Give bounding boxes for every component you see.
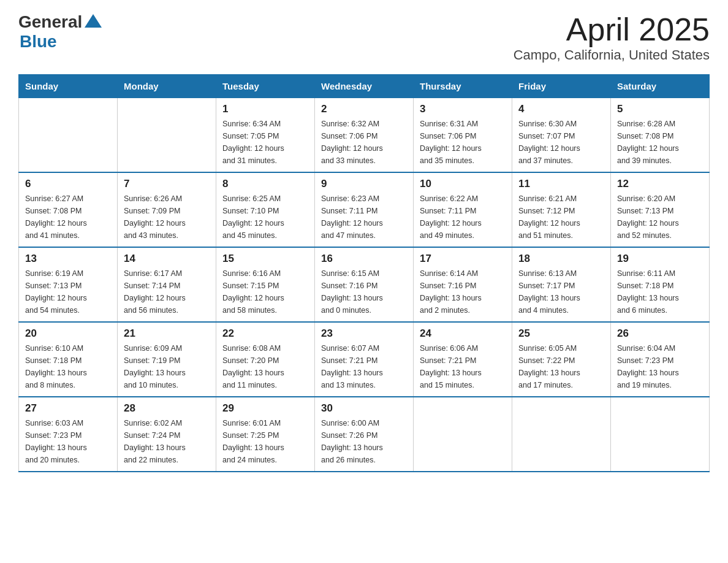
- day-number: 1: [222, 103, 308, 115]
- calendar-empty-cell: [611, 397, 710, 472]
- day-number: 28: [124, 402, 210, 415]
- calendar-week-row: 20Sunrise: 6:10 AM Sunset: 7:18 PM Dayli…: [19, 322, 710, 397]
- calendar-week-row: 27Sunrise: 6:03 AM Sunset: 7:23 PM Dayli…: [19, 397, 710, 472]
- calendar-day-4: 4Sunrise: 6:30 AM Sunset: 7:07 PM Daylig…: [512, 98, 611, 173]
- calendar-day-12: 12Sunrise: 6:20 AM Sunset: 7:13 PM Dayli…: [611, 172, 710, 247]
- calendar-empty-cell: [118, 98, 216, 173]
- day-number: 10: [420, 178, 506, 190]
- calendar-day-14: 14Sunrise: 6:17 AM Sunset: 7:14 PM Dayli…: [118, 247, 216, 322]
- calendar-day-22: 22Sunrise: 6:08 AM Sunset: 7:20 PM Dayli…: [216, 322, 315, 397]
- calendar-header-monday: Monday: [118, 75, 216, 98]
- calendar-day-11: 11Sunrise: 6:21 AM Sunset: 7:12 PM Dayli…: [512, 172, 611, 247]
- calendar-empty-cell: [19, 98, 118, 173]
- day-number: 25: [518, 327, 604, 340]
- calendar-header-saturday: Saturday: [611, 75, 710, 98]
- day-number: 3: [420, 103, 506, 115]
- calendar-day-18: 18Sunrise: 6:13 AM Sunset: 7:17 PM Dayli…: [512, 247, 611, 322]
- day-info: Sunrise: 6:02 AM Sunset: 7:24 PM Dayligh…: [124, 417, 210, 466]
- day-number: 8: [222, 178, 308, 190]
- day-number: 12: [617, 178, 703, 190]
- day-number: 15: [222, 253, 308, 265]
- calendar-day-23: 23Sunrise: 6:07 AM Sunset: 7:21 PM Dayli…: [315, 322, 414, 397]
- day-number: 11: [518, 178, 604, 190]
- day-info: Sunrise: 6:10 AM Sunset: 7:18 PM Dayligh…: [25, 342, 111, 391]
- day-info: Sunrise: 6:03 AM Sunset: 7:23 PM Dayligh…: [25, 417, 111, 466]
- calendar-subtitle: Campo, California, United States: [514, 47, 710, 63]
- calendar-day-17: 17Sunrise: 6:14 AM Sunset: 7:16 PM Dayli…: [414, 247, 512, 322]
- calendar-day-10: 10Sunrise: 6:22 AM Sunset: 7:11 PM Dayli…: [414, 172, 512, 247]
- calendar-day-6: 6Sunrise: 6:27 AM Sunset: 7:08 PM Daylig…: [19, 172, 118, 247]
- day-info: Sunrise: 6:21 AM Sunset: 7:12 PM Dayligh…: [518, 193, 604, 242]
- day-number: 18: [518, 253, 604, 265]
- logo-blue-text: Blue: [20, 32, 102, 52]
- calendar-day-21: 21Sunrise: 6:09 AM Sunset: 7:19 PM Dayli…: [118, 322, 216, 397]
- calendar-empty-cell: [414, 397, 512, 472]
- calendar-table: SundayMondayTuesdayWednesdayThursdayFrid…: [18, 74, 710, 472]
- day-info: Sunrise: 6:07 AM Sunset: 7:21 PM Dayligh…: [321, 342, 407, 391]
- calendar-empty-cell: [512, 397, 611, 472]
- calendar-day-24: 24Sunrise: 6:06 AM Sunset: 7:21 PM Dayli…: [414, 322, 512, 397]
- calendar-day-3: 3Sunrise: 6:31 AM Sunset: 7:06 PM Daylig…: [414, 98, 512, 173]
- day-number: 14: [124, 253, 210, 265]
- calendar-week-row: 1Sunrise: 6:34 AM Sunset: 7:05 PM Daylig…: [19, 98, 710, 173]
- calendar-day-19: 19Sunrise: 6:11 AM Sunset: 7:18 PM Dayli…: [611, 247, 710, 322]
- calendar-header-wednesday: Wednesday: [315, 75, 414, 98]
- day-number: 21: [124, 327, 210, 340]
- day-info: Sunrise: 6:09 AM Sunset: 7:19 PM Dayligh…: [124, 342, 210, 391]
- logo-general-text: General: [18, 12, 82, 32]
- day-info: Sunrise: 6:34 AM Sunset: 7:05 PM Dayligh…: [222, 118, 308, 167]
- day-number: 13: [25, 253, 111, 265]
- day-info: Sunrise: 6:23 AM Sunset: 7:11 PM Dayligh…: [321, 193, 407, 242]
- day-info: Sunrise: 6:06 AM Sunset: 7:21 PM Dayligh…: [420, 342, 506, 391]
- calendar-day-29: 29Sunrise: 6:01 AM Sunset: 7:25 PM Dayli…: [216, 397, 315, 472]
- day-number: 6: [25, 178, 111, 190]
- calendar-day-15: 15Sunrise: 6:16 AM Sunset: 7:15 PM Dayli…: [216, 247, 315, 322]
- day-info: Sunrise: 6:14 AM Sunset: 7:16 PM Dayligh…: [420, 267, 506, 316]
- calendar-header-tuesday: Tuesday: [216, 75, 315, 98]
- day-number: 29: [222, 402, 308, 415]
- calendar-day-2: 2Sunrise: 6:32 AM Sunset: 7:06 PM Daylig…: [315, 98, 414, 173]
- calendar-day-26: 26Sunrise: 6:04 AM Sunset: 7:23 PM Dayli…: [611, 322, 710, 397]
- calendar-day-25: 25Sunrise: 6:05 AM Sunset: 7:22 PM Dayli…: [512, 322, 611, 397]
- calendar-day-28: 28Sunrise: 6:02 AM Sunset: 7:24 PM Dayli…: [118, 397, 216, 472]
- day-number: 7: [124, 178, 210, 190]
- calendar-day-9: 9Sunrise: 6:23 AM Sunset: 7:11 PM Daylig…: [315, 172, 414, 247]
- day-info: Sunrise: 6:31 AM Sunset: 7:06 PM Dayligh…: [420, 118, 506, 167]
- day-number: 22: [222, 327, 308, 340]
- calendar-day-20: 20Sunrise: 6:10 AM Sunset: 7:18 PM Dayli…: [19, 322, 118, 397]
- calendar-title-area: April 2025 Campo, California, United Sta…: [514, 12, 710, 63]
- day-info: Sunrise: 6:05 AM Sunset: 7:22 PM Dayligh…: [518, 342, 604, 391]
- day-info: Sunrise: 6:20 AM Sunset: 7:13 PM Dayligh…: [617, 193, 703, 242]
- calendar-header-sunday: Sunday: [19, 75, 118, 98]
- day-info: Sunrise: 6:01 AM Sunset: 7:25 PM Dayligh…: [222, 417, 308, 466]
- calendar-day-5: 5Sunrise: 6:28 AM Sunset: 7:08 PM Daylig…: [611, 98, 710, 173]
- day-info: Sunrise: 6:19 AM Sunset: 7:13 PM Dayligh…: [25, 267, 111, 316]
- day-number: 23: [321, 327, 407, 340]
- day-info: Sunrise: 6:28 AM Sunset: 7:08 PM Dayligh…: [617, 118, 703, 167]
- day-info: Sunrise: 6:13 AM Sunset: 7:17 PM Dayligh…: [518, 267, 604, 316]
- day-number: 4: [518, 103, 604, 115]
- calendar-week-row: 13Sunrise: 6:19 AM Sunset: 7:13 PM Dayli…: [19, 247, 710, 322]
- day-info: Sunrise: 6:00 AM Sunset: 7:26 PM Dayligh…: [321, 417, 407, 466]
- day-number: 26: [617, 327, 703, 340]
- calendar-title: April 2025: [514, 12, 710, 47]
- day-info: Sunrise: 6:30 AM Sunset: 7:07 PM Dayligh…: [518, 118, 604, 167]
- day-info: Sunrise: 6:32 AM Sunset: 7:06 PM Dayligh…: [321, 118, 407, 167]
- day-number: 9: [321, 178, 407, 190]
- calendar-day-30: 30Sunrise: 6:00 AM Sunset: 7:26 PM Dayli…: [315, 397, 414, 472]
- day-number: 19: [617, 253, 703, 265]
- day-info: Sunrise: 6:15 AM Sunset: 7:16 PM Dayligh…: [321, 267, 407, 316]
- calendar-day-8: 8Sunrise: 6:25 AM Sunset: 7:10 PM Daylig…: [216, 172, 315, 247]
- day-number: 5: [617, 103, 703, 115]
- day-info: Sunrise: 6:16 AM Sunset: 7:15 PM Dayligh…: [222, 267, 308, 316]
- page-header: General Blue April 2025 Campo, Californi…: [18, 12, 710, 63]
- day-number: 27: [25, 402, 111, 415]
- day-info: Sunrise: 6:25 AM Sunset: 7:10 PM Dayligh…: [222, 193, 308, 242]
- day-number: 2: [321, 103, 407, 115]
- calendar-day-1: 1Sunrise: 6:34 AM Sunset: 7:05 PM Daylig…: [216, 98, 315, 173]
- logo-triangle-icon: [85, 14, 102, 28]
- day-number: 24: [420, 327, 506, 340]
- day-info: Sunrise: 6:22 AM Sunset: 7:11 PM Dayligh…: [420, 193, 506, 242]
- day-number: 30: [321, 402, 407, 415]
- calendar-day-16: 16Sunrise: 6:15 AM Sunset: 7:16 PM Dayli…: [315, 247, 414, 322]
